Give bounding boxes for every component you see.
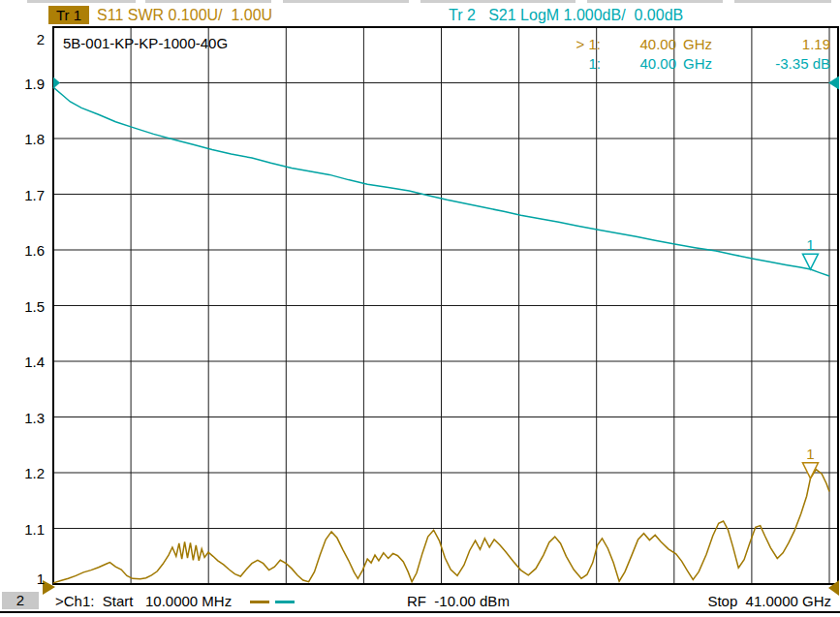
measurement-plot: 11	[0, 0, 840, 617]
trace2-ref-indicator-right	[828, 77, 839, 90]
trace2-ref-indicator-left	[53, 77, 60, 89]
marker1-tr2-frequency: 40.00	[603, 55, 676, 73]
y-axis-label: 1.9	[2, 75, 45, 91]
y-axis-label: 1.6	[2, 242, 45, 259]
marker1-tr1-label: > 1:	[523, 36, 601, 53]
stop-frequency[interactable]: Stop 41.0000 GHz	[707, 593, 831, 609]
marker1-tr2-label: 1:	[523, 55, 601, 73]
rf-power-level[interactable]: RF -10.00 dBm	[407, 593, 510, 609]
marker1-tr1-value: 1.19	[678, 36, 830, 53]
swr-marker-1-label: 1	[806, 446, 814, 462]
marker-readout-row-1: > 1: 40.00 GHz 1.19	[0, 36, 840, 53]
marker1-tr1-frequency: 40.00	[603, 36, 676, 53]
s21-marker-1[interactable]	[802, 254, 818, 269]
channel-start-frequency[interactable]: >Ch1: Start 10.0000 MHz	[55, 593, 232, 609]
trace2-color-dash	[275, 601, 295, 603]
y-axis-label: 1.7	[2, 186, 45, 202]
y-axis-label: 1.5	[2, 297, 45, 314]
marker-readout-row-2: 1: 40.00 GHz -3.35 dB	[0, 55, 840, 73]
marker1-tr2-value: -3.35 dB	[678, 55, 830, 73]
y-axis-label: 1.2	[2, 465, 45, 481]
s21-marker-1-label: 1	[806, 236, 814, 253]
y-axis-label: 1.4	[2, 354, 45, 370]
y-axis-label: 1.8	[2, 131, 45, 147]
trace1-color-dash	[250, 601, 269, 603]
vna-screen: { "header": { "tr1_badge": "Tr 1", "tr1_…	[0, 0, 840, 617]
bottom-separator	[0, 611, 840, 613]
y-axis-label: 1.1	[2, 520, 45, 537]
status-bar: >Ch1: Start 10.0000 MHz RF -10.00 dBm St…	[0, 593, 840, 610]
y-axis-label: 1.3	[2, 409, 45, 425]
y-axis-label: 1	[2, 571, 45, 587]
